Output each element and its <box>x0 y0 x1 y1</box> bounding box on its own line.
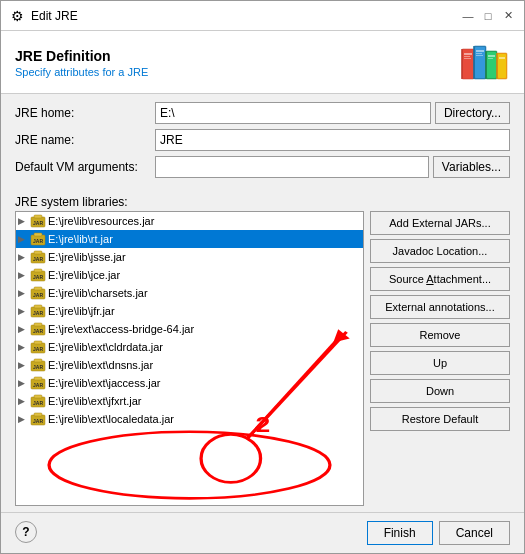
default-vm-label: Default VM arguments: <box>15 160 155 174</box>
jar-file-icon: JAR <box>30 376 46 390</box>
svg-rect-13 <box>488 58 493 59</box>
jar-file-icon: JAR <box>30 268 46 282</box>
tree-expand-arrow[interactable]: ▶ <box>18 342 30 352</box>
title-bar-controls: — □ ✕ <box>460 8 516 24</box>
footer: ? Finish Cancel <box>1 512 524 553</box>
cancel-button[interactable]: Cancel <box>439 521 510 545</box>
svg-text:JAR: JAR <box>33 292 43 298</box>
tree-expand-arrow[interactable]: ▶ <box>18 378 30 388</box>
tree-item[interactable]: ▶ JAR E:\jre\ext\access-bridge-64.jar <box>16 320 363 338</box>
jar-file-icon: JAR <box>30 394 46 408</box>
tree-item-label: E:\jre\lib\ext\dnsns.jar <box>48 359 153 371</box>
svg-rect-7 <box>476 50 484 52</box>
tree-expand-arrow[interactable]: ▶ <box>18 414 30 424</box>
svg-point-58 <box>201 434 260 482</box>
up-button[interactable]: Up <box>370 351 510 375</box>
tree-item[interactable]: ▶ JAR E:\jre\lib\ext\localedata.jar <box>16 410 363 428</box>
svg-rect-2 <box>464 53 472 55</box>
libraries-tree[interactable]: ▶ JAR E:\jre\lib\resources.jar▶ JAR E:\j… <box>15 211 364 506</box>
svg-rect-9 <box>476 55 483 56</box>
tree-expand-arrow[interactable]: ▶ <box>18 216 30 226</box>
svg-rect-3 <box>464 56 470 57</box>
tree-expand-arrow[interactable]: ▶ <box>18 396 30 406</box>
tree-item[interactable]: ▶ JAR E:\jre\lib\ext\jfxrt.jar <box>16 392 363 410</box>
svg-rect-40 <box>34 323 42 326</box>
tree-expand-arrow[interactable]: ▶ <box>18 360 30 370</box>
down-button[interactable]: Down <box>370 379 510 403</box>
svg-rect-31 <box>34 269 42 272</box>
title-bar: ⚙ Edit JRE — □ ✕ <box>1 1 524 31</box>
svg-text:JAR: JAR <box>33 400 43 406</box>
libraries-label: JRE system libraries: <box>1 191 524 211</box>
svg-rect-55 <box>34 413 42 416</box>
svg-rect-43 <box>34 341 42 344</box>
tree-item-label: E:\jre\lib\jce.jar <box>48 269 120 281</box>
tree-item[interactable]: ▶ JAR E:\jre\lib\ext\dnsns.jar <box>16 356 363 374</box>
javadoc-location-button[interactable]: Javadoc Location... <box>370 239 510 263</box>
minimize-button[interactable]: — <box>460 8 476 24</box>
form-section: JRE home: Directory... JRE name: Default… <box>1 94 524 191</box>
tree-item-label: E:\jre\ext\access-bridge-64.jar <box>48 323 194 335</box>
remove-button[interactable]: Remove <box>370 323 510 347</box>
tree-item[interactable]: ▶ JAR E:\jre\lib\rt.jar <box>16 230 363 248</box>
tree-items-container: ▶ JAR E:\jre\lib\resources.jar▶ JAR E:\j… <box>16 212 363 428</box>
jre-home-input[interactable] <box>155 102 431 124</box>
svg-text:JAR: JAR <box>33 310 43 316</box>
finish-button[interactable]: Finish <box>367 521 433 545</box>
tree-item[interactable]: ▶ JAR E:\jre\lib\jsse.jar <box>16 248 363 266</box>
tree-item-label: E:\jre\lib\ext\jaccess.jar <box>48 377 160 389</box>
tree-item[interactable]: ▶ JAR E:\jre\lib\jce.jar <box>16 266 363 284</box>
jre-home-row: JRE home: Directory... <box>15 102 510 124</box>
variables-button[interactable]: Variables... <box>433 156 510 178</box>
tree-expand-arrow[interactable]: ▶ <box>18 324 30 334</box>
tree-item[interactable]: ▶ JAR E:\jre\lib\charsets.jar <box>16 284 363 302</box>
tree-item-label: E:\jre\lib\jfr.jar <box>48 305 115 317</box>
tree-item[interactable]: ▶ JAR E:\jre\lib\ext\jaccess.jar <box>16 374 363 392</box>
tree-item-label: E:\jre\lib\ext\cldrdata.jar <box>48 341 163 353</box>
tree-expand-arrow[interactable]: ▶ <box>18 306 30 316</box>
tree-item[interactable]: ▶ JAR E:\jre\lib\jfr.jar <box>16 302 363 320</box>
tree-expand-arrow[interactable]: ▶ <box>18 270 30 280</box>
default-vm-input[interactable] <box>155 156 429 178</box>
svg-rect-4 <box>464 58 471 59</box>
tree-expand-arrow[interactable]: ▶ <box>18 288 30 298</box>
tree-item-label: E:\jre\lib\resources.jar <box>48 215 154 227</box>
edit-jre-dialog: ⚙ Edit JRE — □ ✕ JRE Definition Specify … <box>0 0 525 554</box>
books-icon <box>460 41 510 85</box>
jre-name-label: JRE name: <box>15 133 155 147</box>
jre-name-input[interactable] <box>155 129 510 151</box>
tree-item-label: E:\jre\lib\charsets.jar <box>48 287 148 299</box>
close-button[interactable]: ✕ <box>500 8 516 24</box>
header-text: JRE Definition Specify attributes for a … <box>15 48 148 78</box>
jar-file-icon: JAR <box>30 304 46 318</box>
add-external-jars-button[interactable]: Add External JARs... <box>370 211 510 235</box>
jar-file-icon: JAR <box>30 250 46 264</box>
jar-file-icon: JAR <box>30 358 46 372</box>
svg-point-61 <box>49 432 330 499</box>
sidebar-buttons: Add External JARs... Javadoc Location...… <box>370 211 510 506</box>
header-section: JRE Definition Specify attributes for a … <box>1 31 524 94</box>
tree-expand-arrow[interactable]: ▶ <box>18 234 30 244</box>
svg-text:JAR: JAR <box>33 274 43 280</box>
svg-rect-28 <box>34 251 42 254</box>
tree-item[interactable]: ▶ JAR E:\jre\lib\resources.jar <box>16 212 363 230</box>
jre-name-row: JRE name: <box>15 129 510 151</box>
svg-rect-46 <box>34 359 42 362</box>
maximize-button[interactable]: □ <box>480 8 496 24</box>
directory-button[interactable]: Directory... <box>435 102 510 124</box>
restore-default-button[interactable]: Restore Default <box>370 407 510 431</box>
svg-rect-34 <box>34 287 42 290</box>
tree-item-label: E:\jre\lib\ext\jfxrt.jar <box>48 395 142 407</box>
source-attachment-button[interactable]: Source Attachment... <box>370 267 510 291</box>
jar-file-icon: JAR <box>30 412 46 426</box>
external-annotations-button[interactable]: External annotations... <box>370 295 510 319</box>
help-button[interactable]: ? <box>15 521 37 543</box>
svg-rect-22 <box>34 215 42 218</box>
svg-text:JAR: JAR <box>33 220 43 226</box>
header-subtitle: Specify attributes for a JRE <box>15 66 148 78</box>
tree-item-label: E:\jre\lib\jsse.jar <box>48 251 126 263</box>
libraries-section: ▶ JAR E:\jre\lib\resources.jar▶ JAR E:\j… <box>1 211 524 512</box>
svg-text:JAR: JAR <box>33 256 43 262</box>
tree-item[interactable]: ▶ JAR E:\jre\lib\ext\cldrdata.jar <box>16 338 363 356</box>
tree-expand-arrow[interactable]: ▶ <box>18 252 30 262</box>
